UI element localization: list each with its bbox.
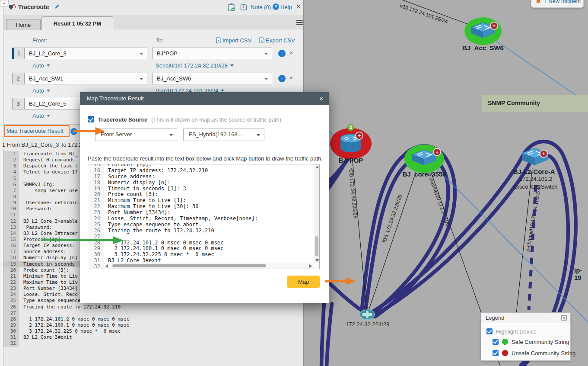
line-text: Target IP address: 172.24.32.210 — [104, 168, 208, 174]
front-server-select[interactable]: Front Server — [95, 128, 177, 141]
line-text: 1 172.24.101.2 0 msec 0 msec 0 msec — [19, 316, 129, 322]
scroll-left-icon[interactable] — [105, 264, 108, 268]
chevron-down-icon — [140, 78, 143, 80]
from-mode-select-3[interactable]: Auto — [32, 112, 50, 119]
legend-item-safe-community: Safe Community String — [493, 339, 568, 347]
line-number: 28 — [88, 240, 104, 246]
scan-plus-badge[interactable]: + — [355, 132, 363, 140]
line-text: Numeric display [n]: — [104, 180, 171, 186]
from-mode-select-2[interactable]: Auto — [32, 87, 50, 94]
scan-plus-badge[interactable]: + — [540, 150, 548, 158]
line-text — [104, 234, 108, 240]
remove-row-icon[interactable]: × — [289, 49, 293, 56]
line-number: 27 — [88, 234, 104, 240]
edit-pencil-icon[interactable] — [54, 3, 60, 10]
scan-plus-badge[interactable]: + — [490, 22, 498, 30]
row-number: 2 — [12, 73, 24, 84]
expand-icon[interactable] — [561, 315, 567, 321]
close-modal-icon[interactable]: × — [319, 95, 323, 102]
line-text: Password: — [19, 225, 52, 231]
highlight-device-checkbox[interactable] — [486, 328, 493, 334]
from-column-label: From: — [32, 37, 47, 44]
line-number: 21 — [88, 198, 104, 204]
help-link[interactable]: Help — [280, 4, 292, 10]
modal-title: Map Traceroute Result — [87, 95, 144, 102]
device-label-acc-sw6[interactable]: BJ_Acc_SW6 — [457, 44, 509, 51]
panel-side-strip — [0, 0, 3, 366]
safe-community-checkbox[interactable] — [493, 339, 499, 345]
line-text: Telnet to device 17 — [19, 169, 78, 175]
clipboard-icon[interactable] — [228, 3, 235, 12]
scroll-down-icon[interactable] — [315, 259, 319, 262]
scroll-up-icon[interactable] — [315, 166, 319, 168]
device-label-ip19[interactable]: ip-19 — [574, 266, 588, 281]
line-number: 22 — [88, 204, 104, 210]
code-line: 24Loose, Strict, Record, Timestamp, Verb… — [88, 216, 314, 222]
chevron-down-icon — [257, 134, 260, 136]
line-number: 24 — [88, 216, 104, 222]
map-traceroute-result-button[interactable]: Map Traceroute Result — [6, 128, 64, 134]
open-external-icon[interactable] — [240, 3, 248, 11]
line-number: 18 — [88, 180, 104, 186]
traceroute-source-checkbox[interactable] — [88, 116, 94, 122]
export-csv-link[interactable]: Export CSV — [259, 37, 295, 44]
line-text: BJ_L2_Core_3>enable — [19, 218, 78, 225]
line-number: 11 — [3, 212, 19, 218]
add-row-button[interactable]: + — [278, 50, 286, 57]
line-number: 27 — [3, 310, 19, 316]
modal-header[interactable]: Map Traceroute Result × — [80, 92, 329, 105]
to-device-select-2[interactable]: BJ_Acc_SW6 — [152, 73, 272, 84]
help-icon[interactable]: ? — [273, 3, 279, 10]
menu-icon[interactable] — [296, 20, 303, 21]
line-number: 20 — [88, 192, 104, 198]
vertical-scroll-thumb[interactable] — [315, 236, 318, 256]
line-number: 12 — [3, 218, 19, 225]
lan-segment-icon[interactable] — [359, 309, 375, 320]
fs-hybrid-select[interactable]: FS_Hybrid(192.168.... — [183, 128, 264, 141]
map-button[interactable]: Map — [287, 276, 320, 288]
snmp-community-node[interactable]: SNMP Community — [482, 95, 588, 112]
unsafe-community-checkbox[interactable] — [493, 350, 499, 356]
sort-icon[interactable]: ↕ — [70, 128, 77, 135]
line-text: Timeout in seconds [3]: 3 — [104, 186, 186, 192]
device-label-core3550[interactable]: BJ_core_3550 — [398, 170, 450, 178]
from-device-select-1[interactable]: BJ_L2_Core_3 — [24, 48, 147, 59]
line-text: Probe count [3]: — [19, 267, 69, 273]
legend-title: Legend — [486, 315, 504, 321]
legend-header[interactable]: Legend — [481, 313, 570, 323]
device-label-pop[interactable]: BJ*POP — [329, 157, 372, 164]
scan-plus-badge[interactable]: + — [433, 148, 441, 156]
line-text: Loose, Strict, Record, Timestamp, Verbos… — [104, 216, 258, 222]
line-text: 2 172.24.100.1 0 msec 0 msec 0 msec — [104, 246, 223, 252]
code-line: 18Numeric display [n]: — [88, 180, 314, 186]
orange-arrow-from-map-button — [325, 277, 356, 285]
line-text: snmp-server use — [19, 188, 78, 194]
from-device-select-2[interactable]: BJ_Acc_SW1 — [24, 73, 147, 84]
line-number: 17 — [88, 174, 104, 180]
import-csv-link[interactable]: Import CSV — [216, 37, 251, 44]
new-incident-button[interactable]: + New Incident — [531, 0, 584, 8]
horizontal-scrollbar[interactable] — [104, 263, 314, 269]
line-number: 31 — [88, 258, 104, 264]
note-link[interactable]: Note (0) — [251, 4, 271, 10]
import-csv-icon — [216, 37, 221, 43]
vertical-scrollbar[interactable] — [314, 164, 319, 263]
remove-row-icon[interactable]: × — [289, 74, 293, 81]
to-device-select-1[interactable]: BJ*POP — [152, 48, 272, 59]
line-number: 25 — [3, 298, 19, 304]
device-label-core-a[interactable]: BJ-L2-Core-A — [508, 168, 560, 175]
line-number: 29 — [3, 322, 19, 328]
tab-result-1[interactable]: Result 1 05:32 PM — [41, 16, 113, 30]
horizontal-scroll-thumb[interactable] — [112, 264, 266, 267]
line-text: Target IP address: — [19, 243, 78, 249]
from-mode-select-1[interactable]: Auto — [32, 62, 50, 69]
close-panel-icon[interactable]: × — [296, 3, 300, 10]
line-text: Loose, Strict, Reco — [19, 292, 78, 298]
code-line: 16Target IP address: 172.24.32.210 — [88, 168, 314, 174]
scroll-right-icon[interactable] — [309, 264, 312, 268]
line-text: Minimum Time to Live [1]: — [104, 198, 186, 204]
add-row-button[interactable]: + — [278, 75, 286, 82]
tab-home[interactable]: Home — [6, 19, 41, 30]
to-interface-select-1[interactable]: Serial0/1/0 172.24.32.210/28 — [156, 62, 234, 69]
traceroute-paste-textarea[interactable]: 15Protocol [ip]:16Target IP address: 172… — [88, 164, 320, 269]
